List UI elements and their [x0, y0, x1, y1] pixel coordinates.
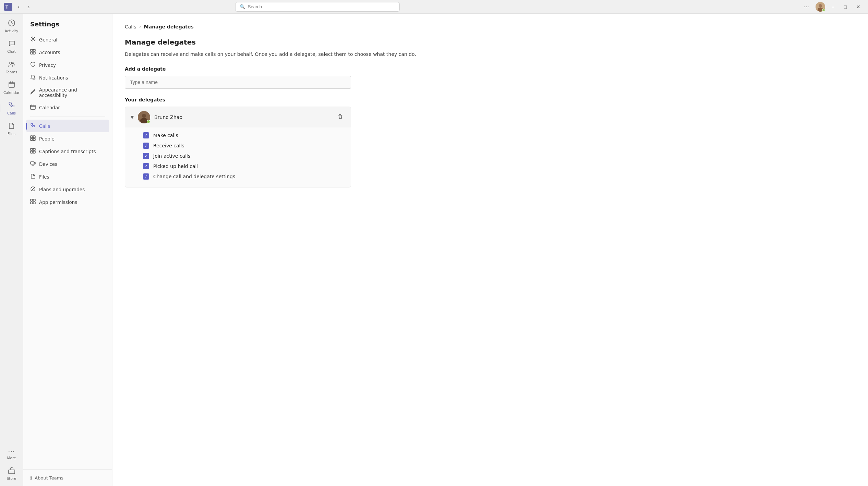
back-button[interactable]: ‹: [15, 2, 22, 11]
settings-menu: General Accounts Privacy Notifications: [23, 33, 112, 469]
delegate-search-input[interactable]: [125, 76, 351, 89]
svg-rect-12: [31, 52, 33, 54]
info-icon: ℹ️: [30, 475, 32, 481]
menu-item-calendar[interactable]: Calendar: [26, 101, 109, 114]
menu-label-general: General: [39, 37, 57, 42]
sidebar-item-files[interactable]: Files: [2, 119, 21, 138]
menu-label-accounts: Accounts: [39, 50, 60, 55]
svg-rect-22: [33, 151, 35, 153]
titlebar-right: ··· − □ ✕: [797, 2, 868, 12]
svg-rect-28: [31, 202, 33, 204]
menu-item-calls[interactable]: Calls: [26, 120, 109, 132]
more-options-button[interactable]: ···: [801, 2, 813, 11]
svg-rect-21: [31, 151, 33, 153]
trash-icon: [337, 113, 343, 120]
appearance-icon: [30, 89, 36, 96]
about-teams-label: About Teams: [35, 475, 63, 481]
svg-rect-11: [33, 49, 35, 51]
join-active-checkbox[interactable]: ✓: [143, 153, 149, 159]
titlebar: T ‹ › 🔍 ··· − □ ✕: [0, 0, 868, 14]
breadcrumb: Calls › Manage delegates: [125, 23, 856, 30]
check-icon: ✓: [144, 133, 148, 138]
plans-icon: [30, 186, 36, 193]
titlebar-left: T ‹ ›: [0, 2, 37, 11]
maximize-button[interactable]: □: [841, 3, 850, 11]
about-teams-item[interactable]: ℹ️ About Teams: [30, 475, 105, 481]
delegate-header[interactable]: ▼ Bruno Zhao: [125, 107, 351, 127]
delete-delegate-button[interactable]: [335, 111, 345, 123]
sidebar-item-store[interactable]: Store: [2, 464, 21, 483]
sidebar-item-teams[interactable]: Teams: [2, 58, 21, 77]
chevron-down-icon: ▼: [131, 115, 134, 120]
menu-item-devices[interactable]: Devices: [26, 158, 109, 170]
menu-item-permissions[interactable]: App permissions: [26, 196, 109, 208]
menu-item-captions[interactable]: Captions and transcripts: [26, 145, 109, 158]
accounts-icon: [30, 49, 36, 56]
check-icon-4: ✓: [144, 164, 148, 169]
receive-calls-checkbox[interactable]: ✓: [143, 143, 149, 149]
breadcrumb-current: Manage delegates: [144, 24, 194, 29]
close-button[interactable]: ✕: [853, 3, 864, 11]
delegate-status-indicator: [147, 120, 150, 123]
svg-rect-26: [31, 199, 33, 201]
menu-label-notifications: Notifications: [39, 75, 68, 81]
menu-item-notifications[interactable]: Notifications: [26, 71, 109, 84]
change-settings-label: Change call and delegate settings: [153, 174, 235, 179]
calendar-label: Calendar: [3, 90, 20, 95]
menu-item-people[interactable]: People: [26, 132, 109, 145]
make-calls-checkbox[interactable]: ✓: [143, 132, 149, 138]
notifications-icon: [30, 74, 36, 81]
breadcrumb-parent-link[interactable]: Calls: [125, 24, 136, 29]
page-title: Manage delegates: [125, 38, 856, 46]
svg-rect-15: [31, 136, 33, 138]
search-input[interactable]: [248, 4, 395, 9]
menu-item-plans[interactable]: Plans and upgrades: [26, 183, 109, 196]
sidebar-item-activity[interactable]: Activity: [2, 16, 21, 36]
files-icon: [8, 122, 15, 131]
svg-rect-10: [31, 49, 33, 51]
sidebar-item-chat[interactable]: Chat: [2, 37, 21, 56]
svg-point-9: [32, 38, 34, 40]
store-label: Store: [7, 476, 16, 481]
permissions-list: ✓ Make calls ✓ Receive calls ✓ Join acti…: [125, 127, 351, 187]
svg-rect-16: [33, 136, 35, 138]
svg-rect-17: [31, 138, 33, 141]
sidebar-item-calendar[interactable]: Calendar: [2, 78, 21, 97]
devices-icon: [30, 161, 36, 167]
activity-label: Activity: [5, 29, 18, 33]
permission-pickup-held: ✓ Picked up held call: [143, 161, 345, 171]
pickup-held-label: Picked up held call: [153, 163, 198, 169]
menu-item-privacy[interactable]: Privacy: [26, 59, 109, 71]
change-settings-checkbox[interactable]: ✓: [143, 173, 149, 180]
menu-item-accounts[interactable]: Accounts: [26, 46, 109, 59]
forward-button[interactable]: ›: [25, 2, 32, 11]
page-description: Delegates can receive and make calls on …: [125, 50, 856, 58]
user-avatar-container: [816, 2, 825, 12]
svg-rect-24: [34, 162, 35, 164]
more-icon: ···: [8, 449, 15, 455]
check-icon-2: ✓: [144, 143, 148, 148]
pickup-held-checkbox[interactable]: ✓: [143, 163, 149, 169]
settings-sidebar: Settings General Accounts Privacy: [23, 14, 112, 486]
menu-item-appearance[interactable]: Appearance and accessibility: [26, 84, 109, 101]
permission-make-calls: ✓ Make calls: [143, 130, 345, 141]
your-delegates-title: Your delegates: [125, 97, 856, 102]
sidebar-item-more[interactable]: ··· More: [2, 446, 21, 463]
people-icon: [30, 135, 36, 142]
menu-label-plans: Plans and upgrades: [39, 187, 85, 192]
chat-icon: [8, 40, 15, 48]
menu-item-files[interactable]: Files: [26, 170, 109, 183]
menu-item-general[interactable]: General: [26, 33, 109, 46]
teams-logo-icon: T: [4, 3, 12, 11]
activity-icon: [8, 19, 15, 28]
files-label: Files: [8, 132, 15, 136]
permissions-icon: [30, 199, 36, 205]
svg-rect-19: [31, 148, 33, 150]
svg-rect-20: [33, 148, 35, 150]
search-bar: 🔍: [235, 2, 400, 12]
minimize-button[interactable]: −: [828, 3, 837, 11]
receive-calls-label: Receive calls: [153, 143, 184, 148]
sidebar-item-calls[interactable]: Calls: [2, 99, 21, 118]
more-label: More: [7, 456, 16, 460]
svg-point-3: [819, 4, 822, 8]
